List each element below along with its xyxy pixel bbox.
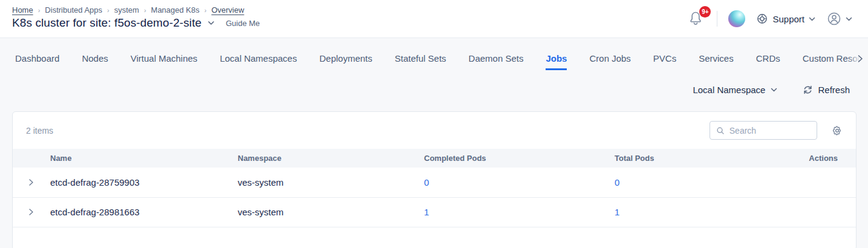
row-actions xyxy=(796,168,856,197)
completed-pods-link[interactable]: 1 xyxy=(424,207,429,217)
job-name: etcd-defrag-28759903 xyxy=(50,168,238,197)
column-header-total-pods[interactable]: Total Pods xyxy=(615,149,796,168)
jobs-table: Name Namespace Completed Pods Total Pods… xyxy=(13,149,856,227)
title-chevron-down-icon[interactable] xyxy=(207,21,215,25)
refresh-icon xyxy=(803,85,813,95)
breadcrumb-separator: › xyxy=(38,7,41,14)
breadcrumb: Home › Distributed Apps › system › Manag… xyxy=(12,5,260,15)
tab-crds[interactable]: CRDs xyxy=(756,53,780,70)
tab-virtual-machines[interactable]: Virtual Machines xyxy=(131,53,198,70)
row-expand-chevron-icon[interactable] xyxy=(13,197,50,227)
breadcrumb-distributed-apps[interactable]: Distributed Apps xyxy=(45,5,102,15)
table-row: etcd-defrag-28759903 ves-system 0 0 xyxy=(13,168,856,197)
jobs-table-card: 2 items Name Namespace xyxy=(12,111,857,248)
tab-cron-jobs[interactable]: Cron Jobs xyxy=(589,53,630,70)
total-pods-link[interactable]: 0 xyxy=(615,177,619,188)
column-header-namespace[interactable]: Namespace xyxy=(238,149,424,168)
tab-custom-resources[interactable]: Custom Resour xyxy=(803,53,861,70)
column-header-name[interactable]: Name xyxy=(50,149,238,168)
total-pods-link[interactable]: 1 xyxy=(615,207,619,217)
expander-column-header xyxy=(13,149,50,168)
table-row: etcd-defrag-28981663 ves-system 1 1 xyxy=(13,197,856,227)
account-menu[interactable] xyxy=(826,11,852,27)
items-count: 2 items xyxy=(26,126,53,135)
job-name: etcd-defrag-28981663 xyxy=(50,197,238,227)
job-namespace: ves-system xyxy=(238,168,424,197)
column-header-actions: Actions xyxy=(796,149,856,168)
namespace-selector[interactable]: Local Namespace xyxy=(693,85,777,95)
tab-deployments[interactable]: Deployments xyxy=(319,53,373,70)
top-header-bar: Home › Distributed Apps › system › Manag… xyxy=(0,0,868,38)
tabs-overflow-chevron-right-icon[interactable] xyxy=(857,54,863,63)
account-chevron-down-icon xyxy=(846,17,852,21)
header-divider xyxy=(717,11,717,27)
user-account-icon xyxy=(826,11,842,27)
completed-pods-link[interactable]: 0 xyxy=(424,177,429,188)
tab-pvcs[interactable]: PVCs xyxy=(653,53,676,70)
guide-me-link[interactable]: Guide Me xyxy=(226,19,259,28)
namespace-chevron-down-icon xyxy=(771,88,777,92)
notification-count-badge: 9+ xyxy=(699,6,711,18)
row-expand-chevron-icon[interactable] xyxy=(13,168,50,197)
job-namespace: ves-system xyxy=(238,197,424,227)
search-input[interactable] xyxy=(729,126,811,135)
tab-services[interactable]: Services xyxy=(699,53,734,70)
lifebuoy-icon xyxy=(756,13,768,25)
tab-stateful-sets[interactable]: Stateful Sets xyxy=(395,53,446,70)
support-chevron-down-icon xyxy=(809,17,815,21)
column-header-completed-pods[interactable]: Completed Pods xyxy=(424,149,615,168)
page-title: K8s cluster for site: f5os-demo-2-site xyxy=(12,16,201,30)
search-icon xyxy=(716,126,725,135)
breadcrumb-managed-k8s[interactable]: Managed K8s xyxy=(151,5,200,15)
breadcrumb-home[interactable]: Home xyxy=(12,5,33,15)
tab-jobs[interactable]: Jobs xyxy=(546,53,567,70)
breadcrumb-overview[interactable]: Overview xyxy=(211,5,244,15)
namespace-selector-value: Local Namespace xyxy=(693,85,765,95)
support-label: Support xyxy=(772,14,804,24)
refresh-button[interactable]: Refresh xyxy=(803,85,850,95)
notifications-button[interactable]: 9+ xyxy=(688,10,706,28)
row-actions xyxy=(796,197,856,227)
breadcrumb-separator: › xyxy=(107,7,109,14)
breadcrumb-system[interactable]: system xyxy=(114,5,139,15)
tab-local-namespaces[interactable]: Local Namespaces xyxy=(220,53,297,70)
tab-daemon-sets[interactable]: Daemon Sets xyxy=(469,53,524,70)
search-box[interactable] xyxy=(710,121,817,140)
table-controls-row: Local Namespace Refresh xyxy=(0,70,868,97)
tab-nodes[interactable]: Nodes xyxy=(82,53,108,70)
support-menu[interactable]: Support xyxy=(756,13,815,25)
tab-dashboard[interactable]: Dashboard xyxy=(15,53,59,70)
tenant-avatar[interactable] xyxy=(728,10,745,27)
table-header-row: Name Namespace Completed Pods Total Pods… xyxy=(13,149,856,168)
breadcrumb-separator: › xyxy=(204,7,207,14)
table-settings-gear-icon[interactable] xyxy=(832,125,843,136)
breadcrumb-separator: › xyxy=(144,7,146,14)
refresh-label: Refresh xyxy=(818,85,850,95)
cluster-tab-bar: Dashboard Nodes Virtual Machines Local N… xyxy=(0,38,868,70)
